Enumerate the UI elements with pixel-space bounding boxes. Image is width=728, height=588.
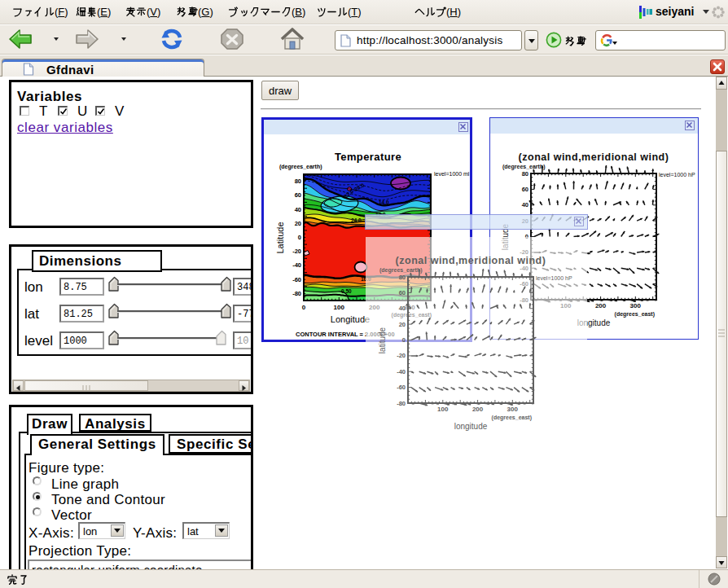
svg-text:80: 80 <box>295 178 301 185</box>
svg-text:20: 20 <box>295 220 301 227</box>
svg-text:-60: -60 <box>397 384 406 391</box>
svg-text:-80: -80 <box>292 290 301 297</box>
svg-text:100: 100 <box>334 304 345 311</box>
svg-text:-40: -40 <box>292 261 301 269</box>
svg-text:-20: -20 <box>397 352 406 359</box>
svg-text:60: 60 <box>399 289 406 296</box>
svg-text:-80: -80 <box>397 400 406 407</box>
svg-text:20: 20 <box>399 321 406 328</box>
svg-text:-40: -40 <box>397 368 406 375</box>
svg-text:0: 0 <box>298 234 301 241</box>
svg-text:(degrees_east): (degrees_east) <box>492 415 532 421</box>
svg-text:Temperature: Temperature <box>335 151 401 163</box>
svg-text:300: 300 <box>507 406 519 413</box>
svg-text:60: 60 <box>295 191 301 199</box>
svg-text:80: 80 <box>399 274 406 281</box>
svg-text:(zonal wind,meridional wind): (zonal wind,meridional wind) <box>519 151 669 163</box>
svg-text:Longitude: Longitude <box>331 314 370 324</box>
svg-text:40: 40 <box>522 201 528 208</box>
svg-text:0.50: 0.50 <box>341 288 352 294</box>
svg-text:40: 40 <box>295 206 301 213</box>
svg-text:14.0: 14.0 <box>379 200 389 205</box>
svg-text:200: 200 <box>595 302 607 309</box>
svg-text:latitude: latitude <box>378 327 387 353</box>
svg-text:-20: -20 <box>292 248 301 255</box>
svg-text:40: 40 <box>399 305 406 312</box>
svg-text:level=1000 hP: level=1000 hP <box>536 275 572 281</box>
svg-text:300: 300 <box>630 302 642 309</box>
svg-text:24.0: 24.0 <box>351 217 362 223</box>
svg-text:80: 80 <box>522 170 528 178</box>
svg-text:(degrees_earth): (degrees_earth) <box>279 164 322 170</box>
svg-text:60: 60 <box>522 186 528 193</box>
svg-text:0: 0 <box>402 336 406 344</box>
svg-text:100: 100 <box>437 406 449 413</box>
svg-text:0: 0 <box>302 304 306 311</box>
svg-text:Latitude: Latitude <box>275 222 285 253</box>
svg-text:level=1000 ml: level=1000 ml <box>434 171 470 177</box>
svg-text:(degrees_east): (degrees_east) <box>615 311 655 318</box>
svg-text:(zonal wind,meridional wind): (zonal wind,meridional wind) <box>396 255 546 266</box>
svg-text:-60: -60 <box>292 276 301 283</box>
svg-text:level=1000 hP: level=1000 hP <box>659 172 695 178</box>
svg-text:200: 200 <box>472 406 484 413</box>
svg-text:longitude: longitude <box>454 422 488 431</box>
